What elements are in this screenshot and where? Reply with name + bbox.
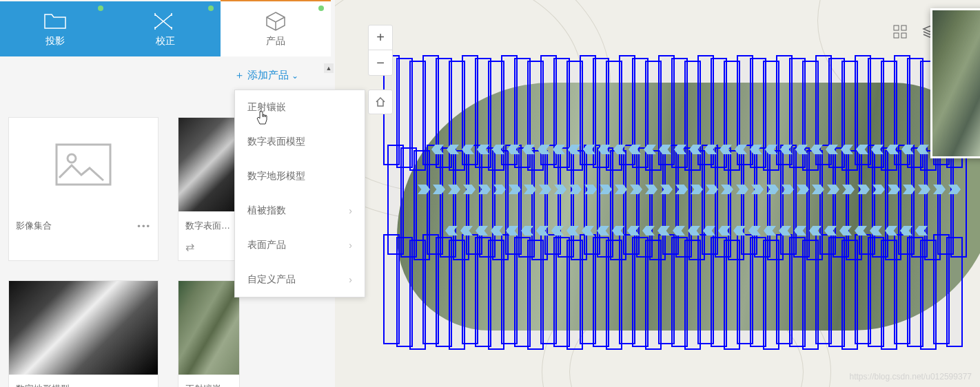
- status-dot: [318, 6, 324, 11]
- card-ortho-label: 正射镶嵌: [185, 383, 221, 387]
- svg-rect-2: [894, 25, 899, 30]
- image-icon: [52, 140, 114, 189]
- chevron-right-icon: ›: [349, 240, 352, 251]
- chevron-right-icon: ›: [349, 274, 352, 285]
- tab-correction-label: 校正: [156, 35, 175, 48]
- tab-product-label: 产品: [266, 35, 285, 48]
- svg-rect-4: [894, 33, 899, 38]
- menu-surface-label: 表面产品: [247, 239, 286, 251]
- dsm-thumb: [178, 118, 239, 211]
- svg-point-1: [68, 154, 76, 163]
- add-product-label: 添加产品: [247, 69, 289, 82]
- home-extent-button[interactable]: [368, 90, 393, 114]
- chevron-right-icon: ›: [349, 205, 352, 216]
- status-dot: [208, 6, 214, 11]
- collapse-panel-button[interactable]: ▲: [324, 63, 334, 73]
- tab-projection-label: 投影: [45, 35, 65, 48]
- card-dsm[interactable]: 数字表面… ⇄: [178, 117, 240, 261]
- menu-dsm-label: 数字表面模型: [247, 136, 305, 148]
- map-canvas[interactable]: [335, 0, 980, 387]
- card-image-collection[interactable]: 影像集合•••: [8, 117, 159, 261]
- card-collection-label: 影像集合: [16, 220, 52, 232]
- flight-path-row: [418, 185, 961, 194]
- menu-dtm[interactable]: 数字地形模型: [235, 159, 365, 193]
- add-product-dropdown: 正射镶嵌 数字表面模型 数字地形模型 植被指数› 表面产品› 自定义产品›: [234, 90, 365, 297]
- svg-rect-5: [901, 33, 906, 38]
- image-preview-overlay[interactable]: [930, 8, 980, 158]
- dtm-thumb: [9, 281, 158, 375]
- card-dsm-label: 数字表面…: [185, 220, 230, 232]
- flight-path-row: [445, 226, 928, 236]
- more-icon[interactable]: •••: [137, 221, 151, 231]
- menu-custom[interactable]: 自定义产品›: [235, 262, 365, 297]
- tab-product[interactable]: 产品: [221, 1, 331, 56]
- drone-icon: [152, 10, 178, 31]
- card-dtm-label: 数字地形模型: [16, 383, 70, 387]
- menu-custom-label: 自定义产品: [247, 273, 296, 286]
- status-dot: [98, 6, 103, 11]
- chevron-down-icon: ⌄: [292, 71, 298, 81]
- image-footprints: [383, 55, 980, 344]
- menu-dtm-label: 数字地形模型: [247, 170, 305, 182]
- ortho-thumb: [178, 281, 239, 375]
- cursor-icon: [255, 110, 269, 130]
- flight-path-row: [431, 145, 944, 154]
- plus-icon: ＋: [234, 69, 245, 82]
- home-icon: [374, 96, 387, 108]
- zoom-in-button[interactable]: +: [369, 25, 392, 50]
- tab-projection[interactable]: 投影: [0, 1, 110, 56]
- menu-veg-label: 植被指数: [247, 205, 286, 217]
- basemap-gallery-icon[interactable]: [893, 25, 907, 41]
- watermark: https://blog.csdn.net/u012599377: [850, 372, 972, 381]
- add-product-button[interactable]: ＋ 添加产品 ⌄: [234, 69, 298, 82]
- tab-correction[interactable]: 校正: [110, 1, 221, 56]
- svg-rect-3: [901, 25, 906, 30]
- placeholder-thumb: [9, 118, 158, 211]
- zoom-out-button[interactable]: −: [369, 50, 392, 75]
- menu-surface[interactable]: 表面产品›: [235, 228, 365, 262]
- folder-icon: [43, 10, 67, 31]
- card-dtm[interactable]: 数字地形模型: [8, 280, 159, 387]
- card-ortho[interactable]: 正射镶嵌: [178, 280, 240, 387]
- zoom-control: + −: [368, 25, 393, 76]
- menu-veg[interactable]: 植被指数›: [235, 193, 365, 228]
- slider-icon[interactable]: ⇄: [185, 240, 232, 253]
- cube-icon: [264, 10, 287, 31]
